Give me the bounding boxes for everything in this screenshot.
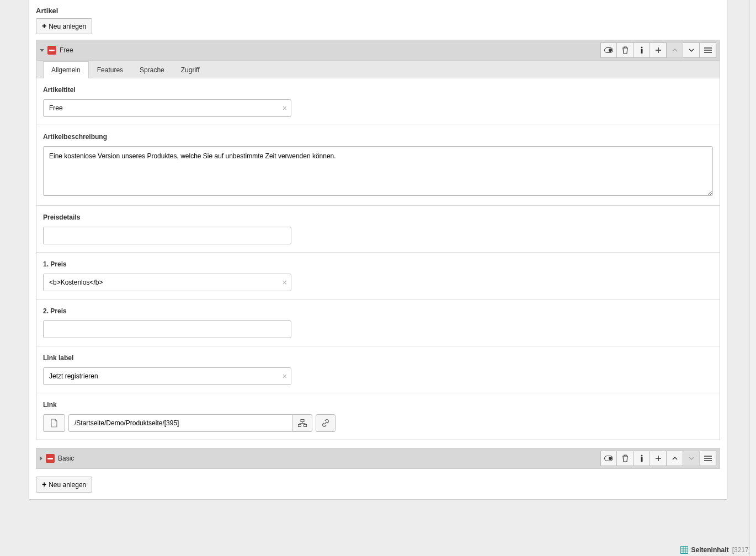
tab-general[interactable]: Allgemein <box>43 61 89 78</box>
add-button[interactable] <box>650 42 667 58</box>
link-picker-button[interactable] <box>292 414 312 432</box>
svg-rect-3 <box>641 49 642 54</box>
menu-icon <box>704 47 712 53</box>
content-area: Artikel Neu anlegen Free <box>29 0 727 500</box>
page-icon <box>50 419 58 427</box>
svg-rect-5 <box>298 425 301 427</box>
field-title: Artikeltitel × <box>36 78 720 125</box>
clear-icon[interactable]: × <box>283 104 287 113</box>
info-icon <box>640 455 643 462</box>
move-down-button[interactable] <box>683 42 700 58</box>
trash-icon <box>622 455 629 462</box>
textarea-description[interactable] <box>43 146 713 196</box>
svg-point-8 <box>609 457 612 460</box>
menu-icon <box>704 456 712 461</box>
new-button-label: Neu anlegen <box>49 23 86 30</box>
label-price1: 1. Preis <box>43 260 713 268</box>
panel-header: Free <box>36 40 720 61</box>
input-price-details[interactable] <box>43 227 291 244</box>
field-price1: 1. Preis × <box>36 253 720 300</box>
field-price2: 2. Preis <box>36 300 720 346</box>
chevron-down-icon <box>689 48 694 52</box>
toggle-visibility-button[interactable] <box>600 451 617 466</box>
label-title: Artikeltitel <box>43 86 713 94</box>
info-button[interactable] <box>633 451 650 466</box>
panel-header-left: Basic <box>40 454 74 463</box>
svg-rect-6 <box>304 425 306 427</box>
panel-actions <box>600 451 716 466</box>
label-description: Artikelbeschreibung <box>43 133 713 141</box>
trash-icon <box>622 46 629 54</box>
plus-icon <box>655 47 662 54</box>
toggle-visibility-button[interactable] <box>600 42 617 58</box>
field-price-details: Preisdetails <box>36 206 720 253</box>
input-title[interactable] <box>43 99 291 117</box>
panel-header-left: Free <box>40 46 73 55</box>
section-heading: Artikel <box>36 7 720 15</box>
svg-rect-10 <box>641 457 642 462</box>
toggle-icon <box>604 456 613 461</box>
tab-language[interactable]: Sprache <box>131 61 173 78</box>
new-article-button-top[interactable]: Neu anlegen <box>36 18 92 34</box>
new-article-button-bottom[interactable]: Neu anlegen <box>36 477 92 493</box>
tabs: Allgemein Features Sprache Zugriff <box>36 61 720 78</box>
panel-actions <box>600 42 716 58</box>
move-down-button[interactable] <box>683 451 700 466</box>
svg-point-2 <box>641 47 642 49</box>
link-icon <box>322 419 329 427</box>
collapse-caret-icon[interactable] <box>40 49 44 52</box>
link-type-indicator[interactable] <box>43 414 65 432</box>
info-icon <box>640 46 643 54</box>
chevron-down-icon <box>689 456 694 461</box>
module-badge-icon <box>47 46 56 55</box>
expand-caret-icon[interactable] <box>40 456 42 461</box>
link-external-button[interactable] <box>316 414 336 432</box>
field-link: Link <box>36 393 720 440</box>
info-button[interactable] <box>633 42 650 58</box>
sitemap-icon <box>298 419 307 427</box>
menu-button[interactable] <box>700 451 716 466</box>
form-body: Artikeltitel × Artikelbeschreibung Preis… <box>36 78 720 440</box>
clear-icon[interactable]: × <box>283 278 287 287</box>
svg-point-9 <box>641 455 642 457</box>
chevron-up-icon <box>672 48 678 52</box>
add-button[interactable] <box>650 451 667 466</box>
label-price2: 2. Preis <box>43 307 713 315</box>
scrollbar[interactable] <box>749 0 756 516</box>
chevron-up-icon <box>672 456 678 461</box>
panel-header: Basic <box>36 448 720 468</box>
tab-access[interactable]: Zugriff <box>173 61 208 78</box>
new-button-label: Neu anlegen <box>49 481 86 489</box>
svg-rect-4 <box>301 420 304 422</box>
delete-button[interactable] <box>617 42 633 58</box>
toggle-icon <box>604 47 613 53</box>
move-up-button[interactable] <box>667 451 683 466</box>
menu-button[interactable] <box>700 42 716 58</box>
input-link-label[interactable] <box>43 367 291 385</box>
delete-button[interactable] <box>617 451 633 466</box>
label-link: Link <box>43 401 713 409</box>
plus-icon <box>42 22 46 30</box>
plus-icon <box>42 480 46 489</box>
field-link-label: Link label × <box>36 346 720 393</box>
article-panel-free: Free <box>36 40 720 440</box>
svg-point-1 <box>609 49 612 52</box>
panel-title: Basic <box>58 455 74 462</box>
input-price1[interactable] <box>43 274 291 291</box>
tab-features[interactable]: Features <box>89 61 131 78</box>
clear-icon[interactable]: × <box>283 372 287 381</box>
panel-title: Free <box>60 46 73 54</box>
move-up-button[interactable] <box>667 42 683 58</box>
input-price2[interactable] <box>43 320 291 338</box>
article-panel-basic: Basic <box>36 448 720 469</box>
plus-icon <box>655 455 662 462</box>
label-link-label: Link label <box>43 354 713 362</box>
field-description: Artikelbeschreibung <box>36 125 720 206</box>
label-price-details: Preisdetails <box>43 213 713 221</box>
module-badge-icon <box>46 454 55 463</box>
input-link[interactable] <box>68 414 292 432</box>
